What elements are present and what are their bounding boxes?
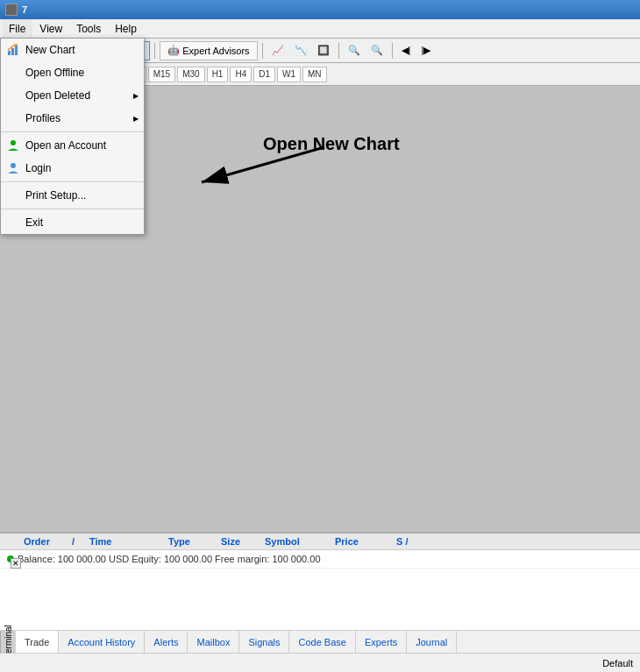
status-text: Default <box>602 658 633 668</box>
menu-open-deleted[interactable]: Open Deleted <box>1 84 144 107</box>
timeframe-w1[interactable]: W1 <box>277 67 301 82</box>
menu-view[interactable]: View <box>32 19 69 38</box>
profiles-icon <box>6 111 20 125</box>
separator-3 <box>262 43 263 59</box>
terminal-panel: ✕ Order / Time Type Size Symbol Price S … <box>0 532 640 672</box>
app-icon <box>5 4 18 16</box>
scroll-btn-1[interactable]: ◀| <box>397 41 416 60</box>
separator-2 <box>154 43 155 59</box>
title-text: 7 <box>22 4 27 15</box>
svg-point-5 <box>11 140 16 145</box>
terminal-tabs-row: Terminal Trade Account History Alerts Ma… <box>0 630 640 653</box>
chart-btn-3[interactable]: 🔲 <box>313 41 334 60</box>
menu-file[interactable]: File <box>2 19 32 38</box>
zoom-in[interactable]: 🔍 <box>344 41 365 60</box>
exit-icon <box>6 216 20 230</box>
title-bar: 7 <box>0 0 640 19</box>
col-symbol: Symbol <box>260 536 331 547</box>
menu-new-chart[interactable]: New Chart <box>1 39 144 61</box>
menu-open-account[interactable]: Open an Account <box>1 134 144 157</box>
annotation-container: Open New Chart <box>175 134 395 224</box>
menu-separator-1 <box>1 131 144 132</box>
menu-profiles[interactable]: Profiles <box>1 107 144 130</box>
tab-alerts[interactable]: Alerts <box>145 631 188 653</box>
tab-trade[interactable]: Trade <box>16 631 59 653</box>
col-price: Price <box>331 536 392 547</box>
col-slash: / <box>72 536 85 547</box>
zoom-out-icon: 🔍 <box>371 45 383 56</box>
open-deleted-icon <box>6 88 20 103</box>
svg-rect-2 <box>8 51 11 55</box>
timeframe-m30[interactable]: M30 <box>177 67 204 82</box>
col-size: Size <box>217 536 260 547</box>
expert-icon: 🤖 <box>167 45 180 56</box>
tab-account-history[interactable]: Account History <box>59 631 145 653</box>
balance-text: Balance: 100 000.00 USD Equity: 100 000.… <box>18 554 321 564</box>
status-bar: Default <box>0 653 640 672</box>
col-order: Order <box>19 536 72 547</box>
terminal-label: Terminal <box>0 631 16 653</box>
timeframe-d1[interactable]: D1 <box>253 67 275 82</box>
balance-row: Balance: 100 000.00 USD Equity: 100 000.… <box>0 550 640 569</box>
tab-experts[interactable]: Experts <box>356 631 407 653</box>
menu-open-offline[interactable]: Open Offline <box>1 61 144 84</box>
chart-btn-1[interactable]: 📈 <box>267 41 288 60</box>
chart-icon-1: 📈 <box>272 45 284 56</box>
separator-4 <box>338 43 339 59</box>
tab-signals[interactable]: Signals <box>239 631 289 653</box>
tab-journal[interactable]: Journal <box>407 631 457 653</box>
menu-login[interactable]: Login <box>1 157 144 180</box>
menu-bar: File View Tools Help <box>0 19 640 39</box>
col-time: Time <box>85 536 164 547</box>
chart-icon-2: 📉 <box>295 45 307 56</box>
timeframe-h4[interactable]: H4 <box>230 67 252 82</box>
chart-icon-3: 🔲 <box>317 45 330 56</box>
svg-rect-3 <box>11 48 14 55</box>
login-icon <box>6 161 20 175</box>
menu-help[interactable]: Help <box>108 19 144 38</box>
menu-tools[interactable]: Tools <box>69 19 108 38</box>
svg-rect-4 <box>15 46 18 55</box>
expert-advisors-button[interactable]: 🤖 Expert Advisors <box>160 41 257 60</box>
menu-print-setup[interactable]: Print Setup... <box>1 184 144 207</box>
zoom-out[interactable]: 🔍 <box>366 41 388 60</box>
menu-separator-3 <box>1 209 144 209</box>
menu-separator-2 <box>1 181 144 182</box>
separator-5 <box>392 43 393 59</box>
open-offline-icon <box>6 66 20 80</box>
annotation-text: Open New Chart <box>263 134 400 154</box>
chart-btn-2[interactable]: 📉 <box>290 41 311 60</box>
timeframe-h1[interactable]: H1 <box>207 67 229 82</box>
open-account-icon <box>6 138 20 152</box>
file-dropdown-menu: New Chart Open Offline Open Deleted Prof… <box>0 38 145 235</box>
scroll-btn-2[interactable]: |▶ <box>416 41 435 60</box>
new-chart-menu-icon <box>6 43 20 57</box>
col-type: Type <box>164 536 217 547</box>
tab-code-base[interactable]: Code Base <box>289 631 355 653</box>
col-s: S / <box>392 536 640 547</box>
print-icon <box>6 188 20 202</box>
timeframe-m15[interactable]: M15 <box>148 67 175 82</box>
terminal-close-button[interactable]: ✕ <box>11 558 21 569</box>
svg-point-6 <box>11 163 16 168</box>
tab-mailbox[interactable]: Mailbox <box>188 631 239 653</box>
table-header: Order / Time Type Size Symbol Price S / <box>0 534 640 550</box>
menu-exit[interactable]: Exit <box>1 211 144 234</box>
zoom-in-icon: 🔍 <box>348 45 360 56</box>
timeframe-mn[interactable]: MN <box>302 67 327 82</box>
